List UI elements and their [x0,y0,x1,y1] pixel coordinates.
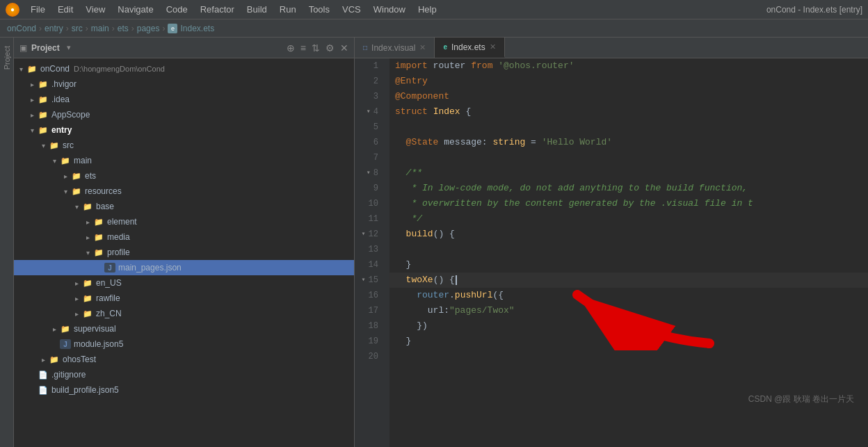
code-line[interactable]: @State message: string = 'Hello World' [389,135,868,150]
cursor [456,275,457,285]
fold-arrow[interactable]: ▾ [362,273,366,288]
panel-close-icon[interactable]: ✕ [340,42,348,54]
tree-item-label: .idea [51,95,70,104]
code-content[interactable]: import router from '@ohos.router'@Entry@… [389,58,868,447]
token: pushUrl [455,288,493,303]
code-line[interactable]: @Component [389,89,868,104]
tab-index-ets[interactable]: e Index.ets ✕ [435,38,504,58]
tab-ets-close[interactable]: ✕ [490,42,496,51]
folder-icon: 📁 [82,278,93,288]
gutter-line: 19 [355,334,384,349]
breadcrumb-ets[interactable]: ets [118,24,129,33]
folder-icon: 📁 [82,293,93,303]
panel-icons: ⊕ ≡ ⇅ ⚙ ✕ [287,42,348,54]
tree-item[interactable]: ▾ 📁 resources [14,184,354,199]
tree-item[interactable]: ▸ 📁 supervisual [14,321,354,336]
breadcrumb-file[interactable]: Index.ets [180,24,214,33]
breadcrumb-pages[interactable]: pages [137,24,160,33]
folder-icon: 📁 [93,217,104,227]
code-line[interactable]: * overwritten by the content generated b… [389,196,868,211]
gutter-line: ▾12 [355,227,384,242]
breadcrumb-src[interactable]: src [72,24,83,33]
folder-icon: 📁 [49,355,60,364]
code-line[interactable]: */ [389,211,868,227]
menu-refactor[interactable]: Refactor [195,3,240,16]
code-line[interactable]: struct Index { [389,104,868,120]
tree-item[interactable]: ▸ 📁 ets [14,168,354,184]
code-line[interactable]: router.pushUrl({ [389,288,868,303]
gutter-line: 18 [355,318,384,334]
panel-options-icon[interactable]: ⇅ [312,42,320,54]
tree-item[interactable]: 📄 build_profile.json5 [14,382,354,398]
tree-item[interactable]: ▸ 📁 .hvigor [14,76,354,92]
tab-visual-label: Index.visual [371,43,415,53]
tree-item[interactable]: ▸ 📁 AppScope [14,107,354,122]
token: @State [406,135,439,150]
code-line[interactable] [389,349,868,364]
code-line[interactable]: /** [389,165,868,181]
breadcrumb-entry[interactable]: entry [45,24,63,33]
panel-dropdown-icon[interactable]: ▾ [67,43,71,52]
tab-visual-close[interactable]: ✕ [419,43,426,52]
tab-index-visual[interactable]: □ Index.visual ✕ [355,38,435,58]
code-line[interactable]: * In low-code mode, do not add anything … [389,181,868,196]
code-line[interactable]: url:"pages/Twox" [389,303,868,318]
tree-item[interactable]: ▾ 📁 profile [14,245,354,260]
breadcrumb-main[interactable]: main [91,24,109,33]
code-line[interactable]: import router from '@ohos.router' [389,58,868,74]
project-strip-label[interactable]: Project [1,43,13,72]
tree-item[interactable]: ▾ 📁 src [14,138,354,153]
tree-item[interactable]: ▸ 📁 ohosTest [14,352,354,367]
gutter-line: ▾4 [355,104,384,120]
menu-help[interactable]: Help [412,3,442,16]
tree-item[interactable]: ▾ 📁 main [14,153,354,168]
folder-icon: 📁 [60,324,71,334]
fold-arrow[interactable]: ▾ [362,227,366,242]
code-line[interactable]: @Entry [389,74,868,89]
code-line[interactable]: } [389,334,868,349]
menu-tools[interactable]: Tools [303,3,335,16]
tree-item[interactable]: ▾ 📁 entry [14,122,354,138]
fold-arrow[interactable]: ▾ [367,165,371,181]
tree-item[interactable]: ▸ 📁 .idea [14,92,354,107]
breadcrumb-oncond[interactable]: onCond [7,24,36,33]
tree-item[interactable]: ▸ 📁 rawfile [14,291,354,306]
code-line[interactable]: }) [389,318,868,334]
menu-build[interactable]: Build [241,3,273,16]
menu-navigate[interactable]: Navigate [112,3,159,16]
tree-item[interactable]: ▾ 📁 onCond D:\hongmengDom\onCond [14,61,354,76]
tree-arrow: ▸ [39,356,47,364]
code-line[interactable]: twoXe() { [389,273,868,288]
menu-window[interactable]: Window [368,3,411,16]
watermark: CSDN @跟 耿瑞 卷出一片天 [748,393,854,405]
left-strip: Project [0,38,14,447]
tab-ets-icon: e [443,43,447,51]
tree-item[interactable]: J module.json5 [14,336,354,352]
code-editor[interactable]: 123▾4567▾891011▾121314▾151617181920 impo… [355,58,868,447]
tree-item[interactable]: ▸ 📁 zh_CN [14,306,354,321]
menu-view[interactable]: View [80,3,111,16]
tree-item[interactable]: ▾ 📁 base [14,199,354,214]
code-line[interactable] [389,150,868,165]
code-line[interactable] [389,242,868,257]
tree-item[interactable]: ▸ 📁 media [14,229,354,245]
token: router [428,58,471,74]
menu-file[interactable]: File [25,3,51,16]
menu-run[interactable]: Run [274,3,302,16]
menu-code[interactable]: Code [161,3,193,16]
gutter-line: 2 [355,74,384,89]
menu-edit[interactable]: Edit [52,3,79,16]
tree-item[interactable]: ▸ 📁 element [14,214,354,229]
panel-settings-icon[interactable]: ⚙ [326,42,335,54]
code-line[interactable]: } [389,257,868,273]
panel-locate-icon[interactable]: ⊕ [287,42,295,54]
tree-arrow: ▾ [28,127,36,134]
tree-item[interactable]: J main_pages.json [14,260,354,275]
fold-arrow[interactable]: ▾ [367,104,371,120]
menu-vcs[interactable]: VCS [337,3,367,16]
tree-item[interactable]: 📄 .gitignore [14,367,354,382]
panel-collapse-icon[interactable]: ≡ [300,42,306,54]
code-line[interactable] [389,120,868,135]
tree-item[interactable]: ▸ 📁 en_US [14,275,354,291]
code-line[interactable]: build() { [389,227,868,242]
